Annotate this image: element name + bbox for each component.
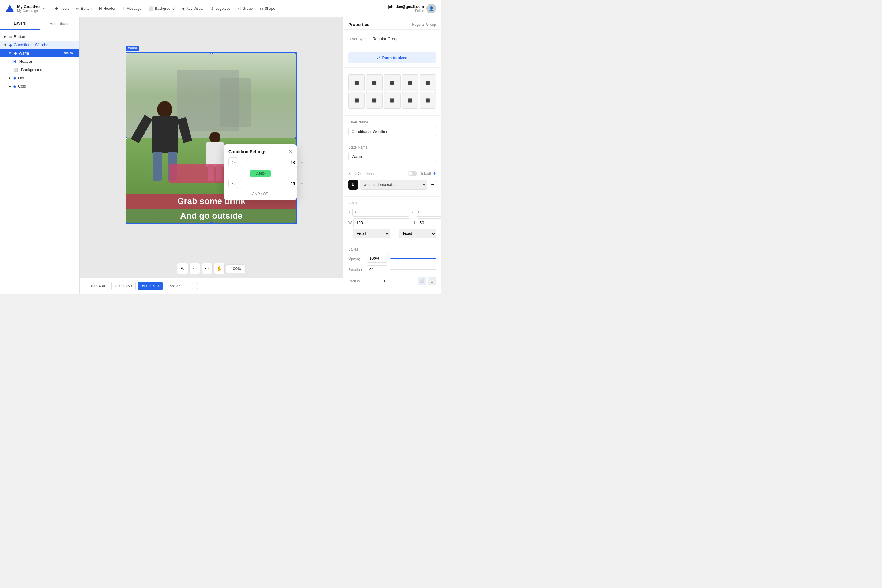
align-top-right[interactable]: ⬛ bbox=[384, 74, 400, 91]
modal-close-button[interactable]: ✕ bbox=[288, 148, 292, 154]
w-input[interactable] bbox=[353, 218, 410, 227]
layer-item-background-warm[interactable]: ⬜ Background bbox=[0, 66, 80, 74]
x-input[interactable] bbox=[352, 208, 410, 216]
resize-h-select[interactable]: Fixed Fill bbox=[353, 229, 390, 238]
resize-v-icon: ↔ bbox=[392, 231, 397, 236]
layer-item-hot[interactable]: ▶ ◆ Hot bbox=[0, 74, 80, 82]
condition-op2-button[interactable]: ≤ bbox=[228, 178, 238, 188]
layers-list: ▶ ▭ Button ▼ ◆ Conditional Weather ▼ ◆ W… bbox=[0, 30, 80, 294]
add-size-button[interactable]: + bbox=[190, 282, 198, 290]
handle-bl[interactable] bbox=[126, 222, 128, 224]
add-condition-button[interactable]: + bbox=[433, 170, 436, 177]
layer-item-conditional-weather[interactable]: ▼ ◆ Conditional Weather bbox=[0, 41, 80, 49]
align-top-left[interactable]: ⬛ bbox=[348, 74, 365, 91]
size-preset-728x90[interactable]: 728 × 90 bbox=[165, 282, 188, 290]
handle-br[interactable] bbox=[295, 222, 297, 224]
tool-logotype[interactable]: ⊙ Logotype bbox=[208, 4, 233, 12]
opacity-slider[interactable] bbox=[390, 258, 436, 259]
layer-type-select[interactable]: Regular Group bbox=[369, 34, 402, 44]
tool-button[interactable]: ▭ Button bbox=[73, 4, 94, 12]
handle-tl[interactable] bbox=[126, 52, 128, 54]
tool-background-label: Background bbox=[155, 6, 175, 11]
opacity-input[interactable] bbox=[367, 254, 388, 263]
size-preset-300x250[interactable]: 300 × 250 bbox=[111, 282, 136, 290]
brand-chevron[interactable]: ▾ bbox=[43, 7, 45, 10]
rotation-slider[interactable] bbox=[390, 269, 436, 270]
state-name-input[interactable] bbox=[348, 152, 436, 161]
radius-input[interactable] bbox=[382, 276, 403, 285]
cursor-tool-button[interactable]: ↖ bbox=[177, 263, 188, 274]
condition-val2-input[interactable] bbox=[241, 179, 298, 188]
align-stretch-v[interactable]: ⬛ bbox=[420, 74, 436, 91]
condition-remove-button[interactable]: − bbox=[429, 181, 436, 188]
condition-row: 🌡 weather.temperat... − bbox=[348, 180, 436, 190]
tab-animations[interactable]: Animations bbox=[40, 17, 80, 30]
radius-uniform-button[interactable]: ⬜ bbox=[418, 277, 426, 285]
layer-type-label: Layer type bbox=[348, 37, 365, 41]
handle-bm[interactable] bbox=[210, 222, 213, 224]
condition-op1-button[interactable]: ≥ bbox=[228, 158, 238, 167]
condition-val1-input[interactable] bbox=[241, 158, 298, 167]
keyvisual-icon: ◆ bbox=[182, 6, 184, 11]
hand-tool-button[interactable]: ✋ bbox=[214, 263, 225, 274]
handle-tr[interactable] bbox=[295, 52, 297, 54]
tool-header[interactable]: H Header bbox=[96, 4, 118, 12]
tool-background[interactable]: ⬜ Background bbox=[146, 4, 178, 12]
brand-sub: My Campaign bbox=[17, 9, 39, 12]
and-or-button[interactable]: AND / OR bbox=[252, 192, 268, 196]
building2 bbox=[220, 78, 250, 128]
cw-icon: ◆ bbox=[9, 43, 12, 47]
properties-subtitle: Regular Group bbox=[412, 22, 436, 27]
redo-button[interactable]: ↪ bbox=[201, 263, 213, 274]
state-name-label: State Name bbox=[348, 145, 436, 150]
size-preset-240x400[interactable]: 240 × 400 bbox=[84, 282, 109, 290]
h-label: H bbox=[412, 221, 415, 225]
canvas-area: Warm bbox=[80, 17, 343, 294]
layer-item-button[interactable]: ▶ ▭ Button bbox=[0, 33, 80, 41]
align-middle-left[interactable]: ⬛ bbox=[348, 92, 365, 109]
layer-item-cold[interactable]: ▶ ◆ Cold bbox=[0, 82, 80, 90]
layer-item-warm[interactable]: ▼ ◆ Warm Visible bbox=[0, 49, 80, 57]
resize-v-select[interactable]: Fixed Fill bbox=[399, 229, 436, 238]
undo-button[interactable]: ↩ bbox=[189, 263, 200, 274]
align-top-center[interactable]: ⬛ bbox=[366, 74, 382, 91]
tool-group[interactable]: ⬡ Group bbox=[235, 4, 256, 12]
tab-layers[interactable]: Layers bbox=[0, 17, 40, 30]
rotation-input[interactable] bbox=[367, 265, 388, 274]
push-to-sizes-button[interactable]: ⇄ Push to sizes bbox=[348, 52, 436, 63]
size-preset-600x600[interactable]: 600 × 600 bbox=[138, 282, 163, 290]
tool-insert[interactable]: + Insert bbox=[52, 4, 72, 13]
align-center[interactable]: ⬛ bbox=[366, 92, 382, 109]
layer-label-header: Header bbox=[19, 59, 76, 64]
background-icon: ⬜ bbox=[149, 6, 153, 11]
avatar[interactable]: 👤 bbox=[426, 4, 436, 14]
warm-label: Warm bbox=[126, 46, 140, 51]
condition-row-1: ≥ − bbox=[228, 158, 292, 167]
and-button[interactable]: AND bbox=[250, 170, 271, 177]
styles-section: Styles Opacity Rotation Radius ⬜ ◱ bbox=[343, 243, 441, 290]
align-distribute-h[interactable]: ⬛ bbox=[402, 92, 418, 109]
resize-h-icon: ↕ bbox=[348, 231, 350, 236]
shape-icon: ◻ bbox=[260, 6, 263, 11]
tool-shape-label: Shape bbox=[265, 6, 275, 11]
opacity-label: Opacity bbox=[348, 256, 367, 261]
condition-remove1-button[interactable]: − bbox=[300, 159, 303, 166]
tool-message[interactable]: T Message bbox=[120, 4, 144, 12]
align-distribute-v[interactable]: ⬛ bbox=[420, 92, 436, 109]
condition-type-select[interactable]: weather.temperat... bbox=[360, 180, 427, 190]
layer-name-input[interactable] bbox=[348, 127, 436, 136]
tool-shape[interactable]: ◻ Shape bbox=[257, 4, 278, 12]
layer-item-header[interactable]: H Header bbox=[0, 57, 80, 66]
handle-ml[interactable] bbox=[126, 137, 128, 140]
handle-mr[interactable] bbox=[295, 137, 297, 140]
tool-keyvisual[interactable]: ◆ Key Visual bbox=[179, 4, 206, 12]
condition-remove2-button[interactable]: − bbox=[300, 180, 303, 187]
default-toggle-track[interactable] bbox=[408, 171, 417, 176]
radius-individual-button[interactable]: ◱ bbox=[428, 277, 436, 285]
h-input[interactable] bbox=[417, 218, 441, 227]
handle-tm[interactable] bbox=[210, 52, 213, 54]
align-middle-right[interactable]: ⬛ bbox=[384, 92, 400, 109]
align-stretch-h[interactable]: ⬛ bbox=[402, 74, 418, 91]
y-input[interactable] bbox=[416, 208, 441, 216]
logotype-icon: ⊙ bbox=[211, 6, 214, 11]
